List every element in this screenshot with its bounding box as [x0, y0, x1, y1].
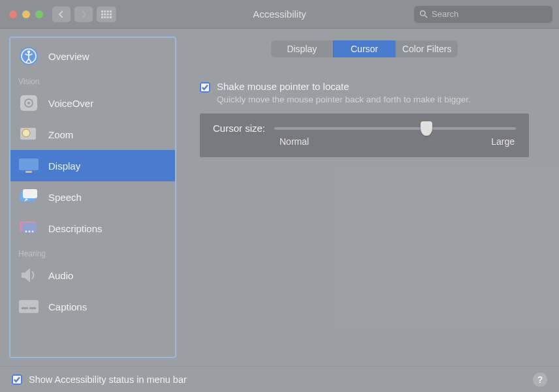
accessibility-icon	[17, 46, 40, 67]
slider-max-label: Large	[491, 136, 515, 147]
display-icon	[17, 155, 40, 176]
svg-point-16	[27, 50, 30, 53]
sidebar-item-speech[interactable]: Speech	[10, 181, 175, 213]
svg-rect-5	[104, 13, 106, 15]
forward-button[interactable]	[74, 7, 93, 22]
sidebar-item-display[interactable]: Display	[10, 150, 175, 181]
sidebar-item-overview[interactable]: Overview	[10, 40, 175, 72]
sidebar-item-label: Zoom	[48, 129, 73, 140]
svg-rect-3	[110, 10, 112, 12]
shake-description: Quickly move the mouse pointer back and …	[217, 95, 471, 104]
svg-point-22	[23, 130, 29, 136]
svg-rect-4	[101, 13, 103, 15]
fullscreen-icon[interactable]	[35, 10, 43, 18]
audio-icon	[17, 265, 40, 286]
svg-rect-11	[110, 16, 112, 18]
sidebar-item-audio[interactable]: Audio	[10, 260, 175, 291]
svg-rect-6	[107, 13, 109, 15]
tab-display[interactable]: Display	[271, 40, 333, 57]
sidebar-item-label: Display	[48, 160, 80, 172]
svg-point-29	[25, 231, 27, 233]
shake-to-locate-row: Shake mouse pointer to locate Quickly mo…	[200, 81, 529, 104]
back-button[interactable]	[52, 7, 71, 22]
help-button[interactable]: ?	[533, 372, 547, 387]
svg-rect-7	[110, 13, 112, 15]
sidebar-item-label: VoiceOver	[48, 98, 93, 109]
footer: Show Accessibility status in menu bar ?	[0, 366, 559, 392]
search-field[interactable]	[414, 6, 552, 23]
svg-point-19	[27, 102, 30, 104]
svg-point-30	[29, 231, 31, 233]
check-icon	[201, 83, 209, 91]
menubar-status-checkbox[interactable]	[12, 374, 22, 385]
sidebar-item-label: Descriptions	[48, 223, 103, 234]
sidebar-item-label: Audio	[48, 270, 73, 281]
check-icon	[13, 376, 21, 384]
shake-checkbox[interactable]	[200, 82, 210, 93]
svg-line-13	[425, 16, 428, 18]
tab-color-filters[interactable]: Color Filters	[395, 40, 458, 57]
svg-rect-10	[107, 16, 109, 18]
svg-rect-24	[25, 171, 32, 173]
sidebar: Overview Vision VoiceOver Zoom Display	[9, 37, 176, 358]
svg-point-12	[421, 11, 425, 16]
svg-rect-26	[23, 189, 37, 198]
captions-icon	[17, 296, 40, 317]
display-tabs: Display Cursor Color Filters	[271, 40, 458, 57]
svg-rect-32	[19, 300, 39, 313]
sidebar-item-voiceover[interactable]: VoiceOver	[10, 87, 175, 119]
section-hearing: Hearing	[10, 244, 175, 260]
window-controls	[7, 10, 43, 18]
svg-rect-8	[101, 16, 103, 18]
search-input[interactable]	[432, 9, 547, 19]
sidebar-item-captions[interactable]: Captions	[10, 291, 175, 322]
svg-rect-9	[104, 16, 106, 18]
sidebar-item-label: Overview	[48, 51, 89, 62]
tab-cursor[interactable]: Cursor	[333, 40, 396, 57]
svg-rect-34	[29, 307, 36, 309]
titlebar: Accessibility	[0, 0, 559, 29]
svg-rect-23	[19, 158, 39, 170]
svg-rect-0	[101, 10, 103, 12]
cursor-size-slider[interactable]	[274, 127, 516, 130]
voiceover-icon	[17, 93, 40, 113]
show-all-button[interactable]	[97, 7, 116, 22]
section-vision: Vision	[10, 72, 175, 87]
search-icon	[419, 10, 428, 18]
minimize-icon[interactable]	[22, 10, 30, 18]
shake-label: Shake mouse pointer to locate	[217, 81, 471, 92]
menubar-status-label: Show Accessibility status in menu bar	[29, 374, 187, 385]
cursor-size-box: Cursor size: Normal Large	[200, 113, 529, 157]
sidebar-item-descriptions[interactable]: Descriptions	[10, 213, 175, 244]
sidebar-item-label: Speech	[48, 192, 82, 203]
speech-icon	[17, 187, 40, 207]
sidebar-item-zoom[interactable]: Zoom	[10, 119, 175, 150]
slider-thumb[interactable]	[421, 121, 432, 136]
cursor-size-label: Cursor size:	[213, 123, 265, 134]
window-title: Accessibility	[253, 8, 306, 20]
close-icon[interactable]	[9, 10, 17, 18]
svg-rect-2	[107, 10, 109, 12]
svg-point-31	[32, 231, 34, 233]
svg-rect-1	[104, 10, 106, 12]
main-panel: Display Cursor Color Filters Shake mouse…	[183, 29, 559, 366]
svg-rect-33	[22, 307, 28, 309]
sidebar-item-label: Captions	[48, 301, 87, 312]
descriptions-icon	[17, 218, 40, 239]
slider-min-label: Normal	[280, 136, 309, 147]
zoom-icon	[17, 124, 40, 145]
